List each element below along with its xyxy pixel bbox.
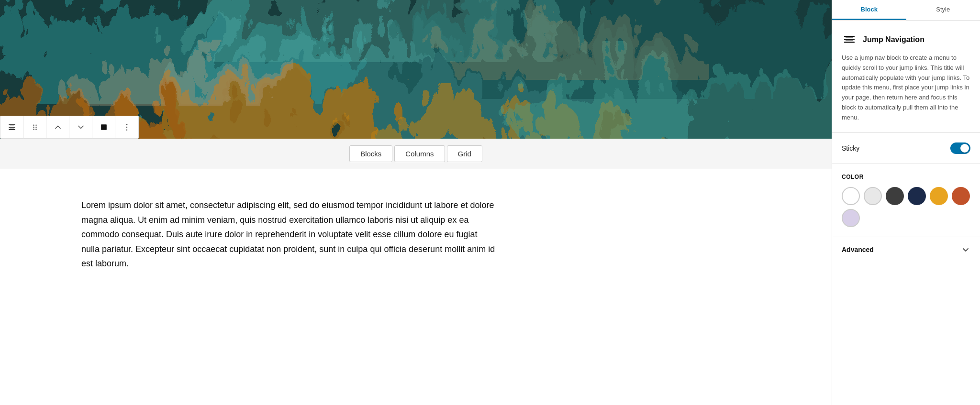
sidebar-tab-bar: Block Style <box>832 0 980 21</box>
jump-nav-icon-button[interactable] <box>0 116 23 139</box>
color-section: Color <box>832 164 980 237</box>
svg-point-21 <box>33 129 34 130</box>
block-type-button[interactable] <box>92 116 115 139</box>
hero-image-block <box>0 0 832 139</box>
toggle-track[interactable] <box>950 142 970 154</box>
color-swatch-light-gray[interactable] <box>864 187 882 205</box>
svg-point-19 <box>33 127 34 128</box>
nav-item-grid[interactable]: Grid <box>447 145 482 162</box>
color-swatches-grid <box>842 187 970 227</box>
svg-rect-15 <box>10 126 13 126</box>
svg-rect-23 <box>101 124 107 130</box>
move-up-button[interactable] <box>46 116 69 139</box>
color-section-title: Color <box>842 174 970 180</box>
right-sidebar: Block Style Jump Navigation Use a jump n… <box>832 0 980 405</box>
jump-nav-icon <box>842 32 857 47</box>
tab-style[interactable]: Style <box>906 0 980 20</box>
svg-point-20 <box>35 127 37 128</box>
svg-rect-16 <box>10 128 13 129</box>
toggle-thumb <box>960 144 969 153</box>
jump-nav-bar: Blocks Columns Grid <box>0 139 832 169</box>
advanced-label: Advanced <box>842 246 874 253</box>
chevron-down-icon <box>961 245 970 254</box>
svg-rect-28 <box>844 39 855 40</box>
tab-block[interactable]: Block <box>832 0 906 20</box>
jump-nav-block-icon <box>843 33 856 46</box>
svg-rect-31 <box>846 40 853 41</box>
lorem-paragraph: Lorem ipsum dolor sit amet, consectetur … <box>81 198 498 271</box>
svg-point-18 <box>35 125 37 126</box>
main-content-area: Blocks Columns Grid Lorem ipsum dolor si… <box>0 0 832 405</box>
color-swatch-white[interactable] <box>842 187 860 205</box>
square-block-icon <box>99 122 109 132</box>
svg-rect-12 <box>9 124 15 125</box>
svg-rect-29 <box>844 42 855 43</box>
color-swatch-rust[interactable] <box>952 187 970 205</box>
more-options-button[interactable] <box>115 116 138 139</box>
drag-handle-button[interactable] <box>23 116 46 139</box>
move-down-button[interactable] <box>69 116 92 139</box>
more-vertical-icon <box>122 122 132 132</box>
page-content: Lorem ipsum dolor sit amet, consectetur … <box>0 169 832 405</box>
color-swatch-dark-gray[interactable] <box>886 187 904 205</box>
sticky-toggle[interactable] <box>950 142 970 154</box>
nav-item-columns[interactable]: Columns <box>394 145 445 162</box>
chevron-up-icon <box>53 122 63 132</box>
color-swatch-amber[interactable] <box>930 187 948 205</box>
chevron-down-icon <box>76 122 86 132</box>
svg-point-24 <box>126 124 128 125</box>
svg-rect-14 <box>9 129 15 130</box>
svg-rect-27 <box>844 36 855 37</box>
sticky-setting-section: Sticky <box>832 133 980 164</box>
drag-icon <box>30 122 40 132</box>
sticky-label: Sticky <box>842 144 859 152</box>
jump-nav-toolbar-icon <box>7 122 17 132</box>
advanced-section[interactable]: Advanced <box>832 237 980 262</box>
block-toolbar <box>0 116 139 139</box>
svg-rect-13 <box>9 127 15 128</box>
block-description-text: Use a jump nav block to create a menu to… <box>842 53 970 123</box>
svg-rect-30 <box>846 37 853 38</box>
svg-point-25 <box>126 127 128 128</box>
block-title: Jump Navigation <box>863 35 924 44</box>
svg-point-26 <box>126 130 128 131</box>
svg-point-17 <box>33 125 34 126</box>
block-header: Jump Navigation <box>842 32 970 47</box>
sticky-toggle-row: Sticky <box>842 142 970 154</box>
block-description-section: Jump Navigation Use a jump nav block to … <box>832 21 980 133</box>
color-swatch-lavender[interactable] <box>842 209 860 227</box>
nav-item-blocks[interactable]: Blocks <box>349 145 392 162</box>
svg-point-22 <box>35 129 37 130</box>
color-swatch-dark-navy[interactable] <box>908 187 926 205</box>
